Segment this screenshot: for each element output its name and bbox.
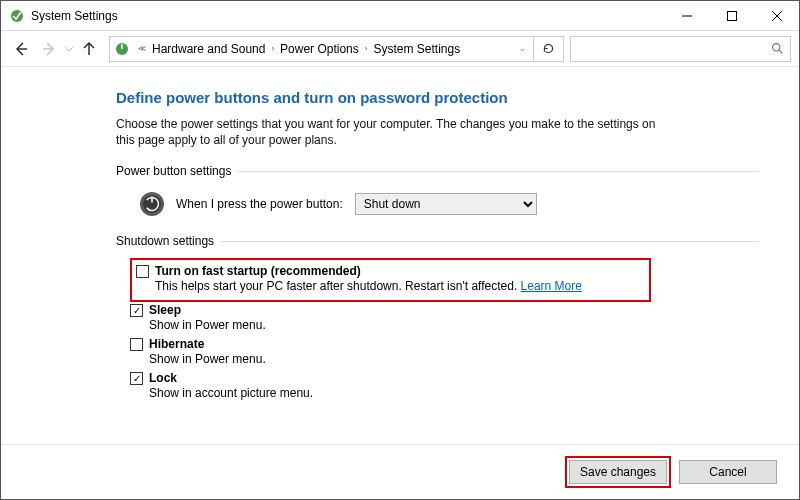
fast-startup-row: Turn on fast startup (recommended) [136, 263, 643, 279]
page-heading: Define power buttons and turn on passwor… [116, 89, 759, 106]
power-options-icon [114, 41, 130, 57]
close-button[interactable] [754, 1, 799, 31]
svg-rect-2 [727, 11, 736, 20]
address-bar[interactable]: ≪ Hardware and Sound › Power Options › S… [109, 36, 534, 62]
fast-startup-sub: This helps start your PC faster after sh… [155, 279, 643, 293]
footer: Save changes Cancel [1, 444, 799, 499]
window: System Settings ≪ H [0, 0, 800, 500]
address-dropdown[interactable]: ⌵ [516, 44, 529, 53]
up-button[interactable] [75, 35, 103, 63]
titlebar: System Settings [1, 1, 799, 31]
section-shutdown-label: Shutdown settings [116, 234, 214, 248]
content-area: Define power buttons and turn on passwor… [1, 67, 799, 444]
search-box[interactable] [570, 36, 791, 62]
sleep-checkbox[interactable] [130, 304, 143, 317]
lock-checkbox[interactable] [130, 372, 143, 385]
fast-startup-highlight: Turn on fast startup (recommended) This … [130, 258, 651, 302]
page-description: Choose the power settings that you want … [116, 116, 676, 148]
save-highlight: Save changes [565, 456, 671, 488]
save-button[interactable]: Save changes [569, 460, 667, 484]
recent-dropdown[interactable] [63, 35, 75, 63]
hibernate-row: Hibernate [130, 336, 759, 352]
maximize-button[interactable] [709, 1, 754, 31]
search-input[interactable] [571, 37, 771, 61]
lock-sub: Show in account picture menu. [149, 386, 759, 400]
nav-toolbar: ≪ Hardware and Sound › Power Options › S… [1, 31, 799, 67]
section-power-label: Power button settings [116, 164, 231, 178]
breadcrumb-power[interactable]: Power Options [278, 42, 361, 56]
fast-startup-checkbox[interactable] [136, 265, 149, 278]
sleep-sub: Show in Power menu. [149, 318, 759, 332]
fast-startup-title: Turn on fast startup (recommended) [155, 264, 361, 278]
sleep-row: Sleep [130, 302, 759, 318]
refresh-button[interactable] [534, 36, 564, 62]
sleep-title: Sleep [149, 303, 181, 317]
hibernate-sub: Show in Power menu. [149, 352, 759, 366]
section-shutdown: Shutdown settings [116, 234, 759, 248]
forward-button[interactable] [35, 35, 63, 63]
chevron-left-icon: ≪ [134, 44, 150, 53]
learn-more-link[interactable]: Learn More [521, 279, 582, 293]
breadcrumb-system[interactable]: System Settings [371, 42, 462, 56]
svg-point-0 [11, 10, 23, 22]
svg-rect-9 [121, 44, 122, 49]
chevron-right-icon: › [361, 44, 372, 53]
hibernate-title: Hibernate [149, 337, 204, 351]
svg-line-3 [772, 11, 782, 21]
minimize-button[interactable] [664, 1, 709, 31]
svg-line-4 [772, 11, 782, 21]
svg-point-10 [773, 44, 780, 51]
power-button-label: When I press the power button: [176, 197, 343, 211]
power-button-select[interactable]: Shut down [355, 193, 537, 215]
svg-rect-15 [151, 197, 153, 203]
lock-row: Lock [130, 370, 759, 386]
app-icon [9, 8, 25, 24]
power-button-row: When I press the power button: Shut down [116, 184, 759, 234]
search-icon [771, 42, 784, 55]
back-button[interactable] [7, 35, 35, 63]
window-title: System Settings [31, 9, 118, 23]
breadcrumb-hardware[interactable]: Hardware and Sound [150, 42, 267, 56]
power-icon [138, 190, 166, 218]
lock-title: Lock [149, 371, 177, 385]
shutdown-settings-list: Turn on fast startup (recommended) This … [116, 254, 759, 400]
section-power-button: Power button settings [116, 164, 759, 178]
chevron-right-icon: › [267, 44, 278, 53]
cancel-button[interactable]: Cancel [679, 460, 777, 484]
svg-line-11 [779, 50, 782, 53]
hibernate-checkbox[interactable] [130, 338, 143, 351]
